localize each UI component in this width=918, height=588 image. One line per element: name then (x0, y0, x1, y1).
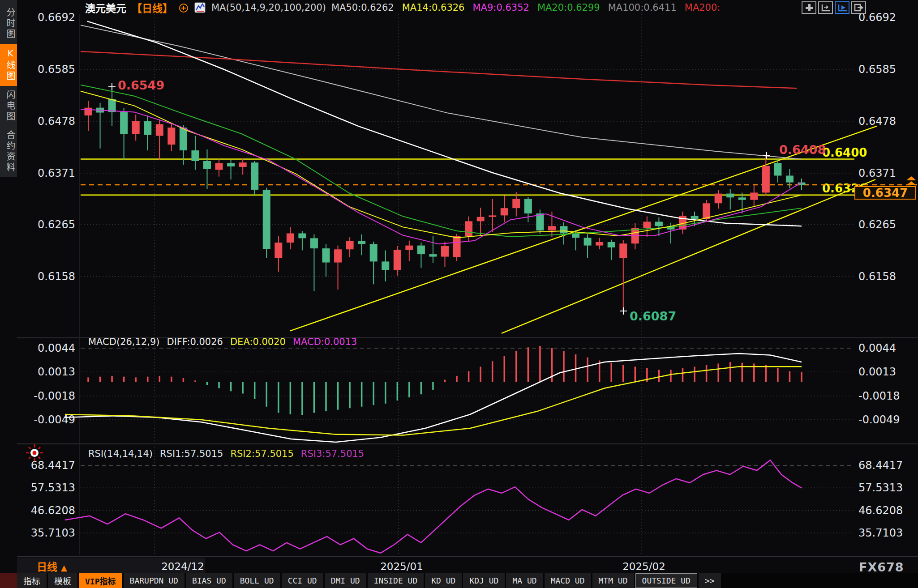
sidebar: 分时图K线图闪电图合约资料 (0, 0, 17, 588)
axis-label: 35.7103 (858, 527, 903, 539)
candle-body (738, 197, 746, 200)
rsi-header-item: RSI2:57.5015 (230, 448, 293, 459)
ma-value: MA50:0.6262 (331, 2, 394, 13)
ma-value: MA9:0.6352 (472, 2, 529, 13)
tab-kd_ud[interactable]: KD_UD (425, 573, 462, 588)
date-label: 2025/02 (622, 561, 665, 572)
tab-dmi_ud[interactable]: DMI_UD (325, 573, 366, 588)
candle-body (453, 236, 461, 257)
ma-value: MA200: (685, 2, 721, 13)
candle-body (774, 163, 781, 175)
candle-body (703, 203, 710, 219)
axis-label: -0.0018 (34, 390, 75, 402)
price-up-arrows-icon (905, 176, 918, 187)
candle-body (287, 234, 294, 243)
current-price-box: 0.6347 (854, 186, 916, 200)
chart-header: 澳元美元 【日线】 MA(50,14,9,20,100,200) MA50:0.… (85, 1, 720, 14)
tab-boll_ud[interactable]: BOLL_UD (234, 573, 280, 588)
ma-settings[interactable]: MA(50,14,9,20,100,200) (211, 2, 326, 13)
sidebar-bottom-block (0, 573, 17, 588)
tab-macd_ud[interactable]: MACD_UD (545, 573, 591, 588)
chart-canvas[interactable]: 0.64000.63260.65490.64080.60870.66920.66… (0, 0, 918, 588)
axis-label: 0.6478 (858, 115, 896, 128)
candle-body (548, 226, 556, 230)
tab-outside_ud[interactable]: OUTSIDE_UD (635, 573, 697, 588)
tab-barupdn_ud[interactable]: BARUPDN_UD (124, 573, 184, 588)
candle-body (251, 162, 258, 190)
axis-play-icon[interactable] (835, 1, 849, 14)
candle-body (310, 238, 318, 248)
candle-body (394, 250, 401, 270)
candle-body (108, 99, 116, 112)
candle-body (691, 216, 699, 219)
candle-body (584, 238, 592, 245)
tab-ma_ud[interactable]: MA_UD (506, 573, 543, 588)
axis-label: 0.0044 (38, 342, 75, 354)
tab--[interactable]: 模板 (48, 573, 77, 588)
tab--[interactable]: 指标 (17, 573, 47, 588)
tab-inside_ud[interactable]: INSIDE_UD (368, 573, 424, 588)
price-annotation: 0.6549 (118, 78, 164, 92)
axis-label: 0.6158 (38, 270, 75, 283)
macd-header-item: MACD:0.0013 (293, 337, 357, 347)
tab--[interactable]: >> (699, 573, 721, 588)
axis-label: 35.7103 (31, 527, 75, 539)
symbol-title: 澳元美元 (85, 0, 126, 15)
axis-label: 68.4417 (858, 459, 903, 472)
candle-body (750, 192, 758, 200)
tab-bias_ud[interactable]: BIAS_UD (186, 573, 232, 588)
crosshair-tool-icon[interactable] (802, 1, 816, 14)
toolbar (802, 1, 866, 14)
candle-body (167, 128, 175, 145)
period-label[interactable]: 日线▲ (37, 558, 67, 574)
candle-body (215, 163, 223, 170)
candle-body (382, 261, 389, 270)
axis-label: 0.6692 (38, 11, 75, 24)
exit-chart-icon[interactable] (851, 1, 866, 14)
sidebar-item-3[interactable]: 合约资料 (0, 126, 17, 177)
tab-cci_ud[interactable]: CCI_UD (282, 573, 323, 588)
candle-body (786, 175, 794, 182)
axis-label: 0.0013 (858, 366, 896, 378)
candle-body (405, 246, 413, 250)
candle-body (429, 254, 437, 256)
candle-body (536, 213, 544, 230)
candle-body (477, 217, 485, 222)
date-label: 2025/01 (380, 561, 423, 572)
date-label: 2024/12 (161, 561, 204, 572)
period-tag[interactable]: 【日线】 (132, 0, 173, 15)
candle-body (132, 121, 140, 134)
axis-label: 57.5313 (858, 481, 903, 494)
add-overlay-icon[interactable] (178, 2, 189, 13)
sidebar-item-1[interactable]: K线图 (0, 44, 17, 86)
macd-header: MACD(26,12,9)DIFF:0.0026DEA:0.0020MACD:0… (88, 337, 357, 347)
candle-body (715, 194, 722, 204)
sidebar-panel: 分时图K线图闪电图合约资料 (0, 0, 17, 177)
tab-vip-[interactable]: VIP指标 (79, 573, 122, 588)
tab-mtm_ud[interactable]: MTM_UD (592, 573, 634, 588)
trading-app-window: 0.64000.63260.65490.64080.60870.66920.66… (0, 0, 918, 588)
sidebar-item-0[interactable]: 分时图 (0, 4, 17, 44)
candle-body (370, 244, 377, 261)
candle-body (144, 121, 151, 135)
candle-body (263, 190, 270, 249)
price-annotation: 0.6087 (630, 309, 676, 323)
axis-label: 0.6265 (858, 218, 896, 231)
candle-body (596, 242, 603, 246)
candle-body (608, 242, 615, 247)
axis-label: 0.6585 (38, 63, 75, 76)
axis-label: -0.0049 (858, 413, 900, 426)
alert-icon[interactable] (25, 443, 44, 462)
axis-label: 0.6585 (858, 63, 896, 76)
tab-kdj_ud[interactable]: KDJ_UD (463, 573, 505, 588)
chart-type-icon[interactable] (194, 2, 206, 13)
axis-scale-left-icon[interactable] (818, 1, 833, 14)
ma-value: MA20:0.6299 (537, 2, 600, 13)
sidebar-item-2[interactable]: 闪电图 (0, 86, 17, 126)
axis-label: 0.6158 (858, 270, 896, 283)
candle-body (726, 194, 734, 198)
candle-body (643, 222, 651, 228)
ma-value: MA14:0.6326 (402, 2, 465, 13)
candle-body (227, 163, 235, 166)
axis-label: 0.6371 (858, 167, 896, 179)
